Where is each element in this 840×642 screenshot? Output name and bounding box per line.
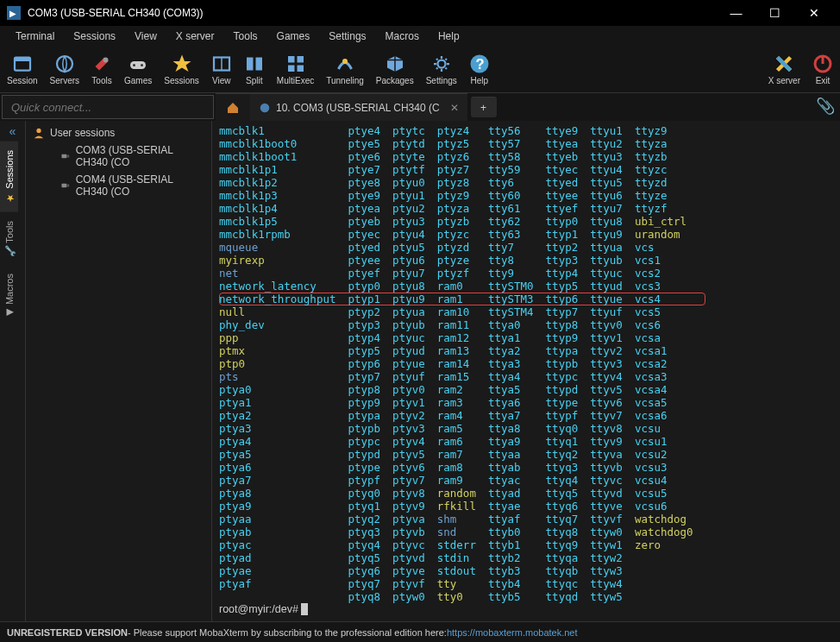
tree-root-label: User sessions — [50, 127, 115, 139]
games-icon — [128, 54, 148, 74]
tab-label: 10. COM3 (USB-SERIAL CH340 (C — [276, 102, 440, 114]
svg-rect-11 — [247, 58, 254, 71]
svg-point-5 — [103, 58, 109, 63]
settings-icon — [431, 54, 452, 74]
svg-point-7 — [133, 64, 135, 66]
session-icon — [12, 54, 33, 74]
view-icon — [211, 54, 232, 74]
svg-point-18 — [437, 60, 445, 68]
left-rail: « ★ Sessions🔧 Tools◀ Macros — [0, 121, 26, 621]
svg-rect-25 — [61, 154, 66, 158]
menu-help[interactable]: Help — [429, 28, 468, 44]
tree-item-com4[interactable]: COM4 (USB-SERIAL CH340 (CO — [26, 171, 211, 200]
menubar: TerminalSessionsViewX serverToolsGamesSe… — [0, 26, 840, 47]
collapse-sidebar-button[interactable]: « — [0, 121, 25, 142]
main-area: « ★ Sessions🔧 Tools◀ Macros User session… — [0, 121, 840, 621]
maximize-button[interactable]: ☐ — [755, 0, 794, 26]
menu-view[interactable]: View — [126, 28, 166, 44]
rail-tab-tools[interactable]: 🔧 Tools — [0, 212, 18, 266]
toolbar-session[interactable]: Session — [7, 54, 38, 85]
toolbar-view[interactable]: View — [211, 54, 232, 85]
statusbar-unregistered: UNREGISTERED VERSION — [7, 627, 128, 638]
rail-tab-sessions[interactable]: ★ Sessions — [0, 142, 18, 212]
app-icon: ▶ — [7, 6, 21, 20]
toolbar-tools[interactable]: Tools — [91, 54, 112, 85]
multiexec-icon — [285, 54, 306, 74]
toolbar-tunneling[interactable]: Tunneling — [326, 54, 364, 85]
svg-point-23 — [260, 103, 270, 112]
menu-sessions[interactable]: Sessions — [65, 28, 124, 44]
tunneling-icon — [335, 54, 355, 74]
toolbar-games[interactable]: Games — [124, 54, 152, 85]
svg-point-4 — [57, 56, 72, 72]
home-tab[interactable] — [216, 93, 250, 121]
svg-point-24 — [36, 129, 41, 133]
svg-rect-12 — [255, 58, 262, 71]
quick-connect-input[interactable] — [2, 95, 214, 119]
split-icon — [244, 54, 265, 74]
svg-rect-13 — [288, 56, 295, 63]
menu-macros[interactable]: Macros — [377, 28, 428, 44]
xserver-icon — [774, 54, 794, 74]
tab-add-button[interactable]: + — [471, 97, 497, 117]
tabbar: 10. COM3 (USB-SERIAL CH340 (C ✕ + — [0, 93, 840, 121]
svg-rect-28 — [66, 185, 69, 187]
toolbar-packages[interactable]: Packages — [376, 54, 414, 85]
toolbar-sessions[interactable]: Sessions — [164, 54, 199, 85]
svg-rect-3 — [15, 58, 30, 62]
svg-rect-15 — [288, 66, 295, 72]
svg-rect-26 — [66, 155, 69, 158]
svg-text:?: ? — [475, 56, 484, 72]
svg-text:▶: ▶ — [9, 9, 16, 18]
exit-icon — [812, 54, 833, 74]
close-button[interactable]: ✕ — [794, 0, 833, 26]
toolbar-multiexec[interactable]: MultiExec — [277, 54, 314, 85]
menu-tools[interactable]: Tools — [225, 28, 266, 44]
menu-terminal[interactable]: Terminal — [7, 28, 63, 44]
tab-com3[interactable]: 10. COM3 (USB-SERIAL CH340 (C ✕ — [250, 93, 467, 121]
statusbar: UNREGISTERED VERSION - Please support Mo… — [0, 621, 840, 642]
svg-point-8 — [141, 64, 143, 66]
packages-icon — [385, 54, 405, 74]
menu-settings[interactable]: Settings — [320, 28, 374, 44]
sidebar: User sessions COM3 (USB-SERIAL CH340 (CO… — [26, 121, 212, 621]
statusbar-link[interactable]: https://mobaxterm.mobatek.net — [447, 627, 578, 638]
toolbar-help[interactable]: ?Help — [469, 54, 490, 85]
titlebar: ▶ COM3 (USB-SERIAL CH340 (COM3)) — ☐ ✕ — [0, 0, 840, 26]
terminal-prompt: root@myir:/dev# — [219, 603, 833, 616]
toolbar-exit[interactable]: Exit — [812, 54, 833, 85]
tab-close-icon[interactable]: ✕ — [450, 102, 459, 114]
rail-tab-macros[interactable]: ◀ Macros — [0, 265, 18, 327]
svg-rect-27 — [61, 184, 66, 187]
svg-rect-6 — [130, 61, 146, 69]
svg-point-17 — [342, 59, 348, 64]
toolbar-settings[interactable]: Settings — [426, 54, 457, 85]
star-icon — [172, 54, 192, 74]
tree-item-com3[interactable]: COM3 (USB-SERIAL CH340 (CO — [26, 142, 211, 171]
svg-rect-16 — [297, 66, 304, 72]
minimize-button[interactable]: — — [717, 0, 755, 26]
tools-icon — [91, 54, 112, 74]
paperclip-icon[interactable]: 📎 — [816, 97, 835, 116]
toolbar-split[interactable]: Split — [244, 54, 265, 85]
statusbar-text: - Please support MobaXterm by subscribin… — [128, 627, 447, 638]
terminal[interactable]: mmcblk1ptye4ptytcptyz4tty56ttye9ttyu1tty… — [212, 121, 840, 621]
toolbar-x-server[interactable]: X server — [768, 54, 800, 85]
menu-games[interactable]: Games — [268, 28, 319, 44]
servers-icon — [54, 54, 75, 74]
toolbar: SessionServersToolsGamesSessionsViewSpli… — [0, 47, 840, 93]
toolbar-servers[interactable]: Servers — [50, 54, 79, 85]
window-title: COM3 (USB-SERIAL CH340 (COM3)) — [28, 7, 717, 19]
help-icon: ? — [469, 54, 490, 74]
svg-rect-14 — [297, 56, 304, 63]
tree-root-user-sessions[interactable]: User sessions — [26, 124, 211, 142]
menu-x-server[interactable]: X server — [167, 28, 223, 44]
